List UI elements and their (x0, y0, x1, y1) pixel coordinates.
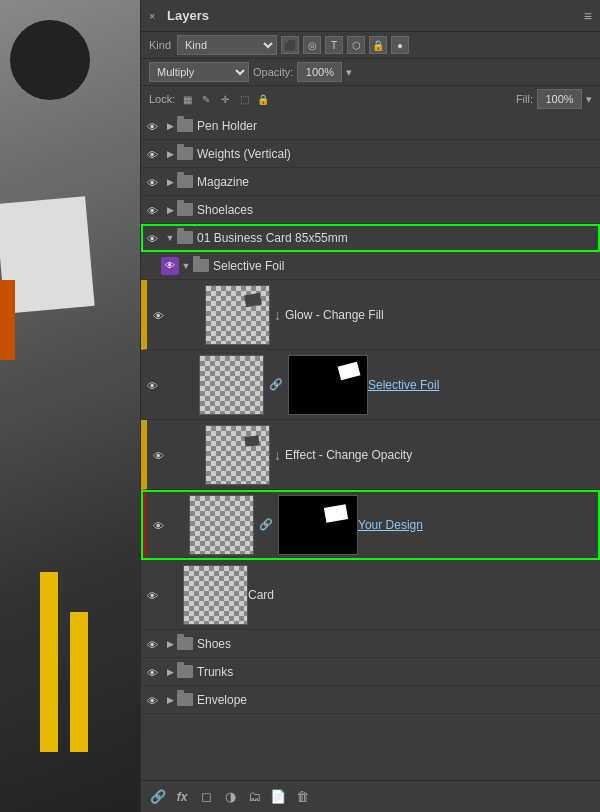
selective-foil-group-row[interactable]: 👁 ▼ Selective Foil (141, 252, 600, 280)
chevron-down-icon: ▼ (166, 233, 175, 243)
panel-header-left: × Layers (149, 8, 209, 23)
lock-all-icon[interactable]: 🔒 (255, 91, 271, 107)
layer-name: Your Design (358, 518, 596, 532)
layer-name: Pen Holder (197, 119, 596, 133)
expand-toggle[interactable]: ▶ (163, 149, 177, 159)
lock-paint-icon[interactable]: ✎ (198, 91, 214, 107)
filter-smart-icon[interactable]: 🔒 (369, 36, 387, 54)
layers-panel: × Layers ≡ Kind Kind ⬛ ◎ T ⬡ 🔒 ● Multipl… (140, 0, 600, 812)
panel-header: × Layers ≡ (141, 0, 600, 32)
eye-toggle[interactable]: 👁 (151, 520, 169, 530)
chevron-right-icon: ▶ (167, 177, 174, 187)
layer-name: Selective Foil (368, 378, 596, 392)
expand-toggle[interactable]: ▶ (163, 639, 177, 649)
visibility-icon: 👁 (147, 233, 161, 243)
expand-toggle[interactable]: ▶ (163, 667, 177, 677)
visibility-icon: 👁 (147, 121, 161, 131)
eye-toggle[interactable]: 👁 (145, 205, 163, 215)
eye-toggle[interactable]: 👁 (145, 590, 163, 600)
layer-name: Weights (Vertical) (197, 147, 596, 161)
eye-toggle[interactable]: 👁 (151, 450, 169, 460)
link-layers-icon[interactable]: 🔗 (149, 788, 167, 806)
folder-icon (177, 693, 193, 706)
chevron-right-icon: ▶ (167, 695, 174, 705)
lock-position-icon[interactable]: ✛ (217, 91, 233, 107)
filter-pixel-icon[interactable]: ⬛ (281, 36, 299, 54)
eye-toggle[interactable]: 👁 (151, 310, 169, 320)
layer-name: Selective Foil (213, 259, 596, 273)
fill-arrow[interactable]: ▾ (586, 93, 592, 106)
toolbar-row-lock: Lock: ▦ ✎ ✛ ⬚ 🔒 Fill: ▾ (141, 85, 600, 112)
filter-text-icon[interactable]: T (325, 36, 343, 54)
new-group-icon[interactable]: 🗂 (245, 788, 263, 806)
eye-toggle[interactable]: 👁 (145, 639, 163, 649)
layer-name: Shoelaces (197, 203, 596, 217)
eye-toggle[interactable]: 👁 (145, 380, 163, 390)
eye-toggle[interactable]: 👁 (145, 667, 163, 677)
adjustment-layer-icon[interactable]: ◑ (221, 788, 239, 806)
layer-row[interactable]: 👁 ▶ Magazine (141, 168, 600, 196)
folder-icon (177, 637, 193, 650)
visibility-icon: 👁 (147, 639, 161, 649)
layer-thumbnail (199, 355, 264, 415)
effect-change-opacity-row[interactable]: 👁 ↓ Effect - Change Opacity (141, 420, 600, 490)
selective-foil-layer-row[interactable]: 👁 🔗 Selective Foil (141, 350, 600, 420)
eye-toggle[interactable]: 👁 (145, 149, 163, 159)
kind-select[interactable]: Kind (177, 35, 277, 55)
layer-name: Trunks (197, 665, 596, 679)
expand-toggle[interactable]: ▶ (163, 177, 177, 187)
eye-toggle[interactable]: 👁 (145, 177, 163, 187)
thumb-container: 🔗 (199, 355, 368, 415)
fx-icon[interactable]: fx (173, 788, 191, 806)
layer-row[interactable]: 👁 ▶ Pen Holder (141, 112, 600, 140)
layer-row[interactable]: 👁 ▶ Shoes (141, 630, 600, 658)
expand-toggle[interactable]: ▼ (163, 233, 177, 243)
visibility-purple-icon: 👁 (161, 257, 179, 275)
layers-list[interactable]: 👁 ▶ Pen Holder 👁 ▶ Weights (Vertical) 👁 (141, 112, 600, 780)
lock-transparency-icon[interactable]: ▦ (179, 91, 195, 107)
folder-icon (177, 665, 193, 678)
eye-toggle[interactable]: 👁 (145, 695, 163, 705)
chevron-right-icon: ▶ (167, 205, 174, 215)
layer-row[interactable]: 👁 ▶ Envelope (141, 686, 600, 714)
visibility-icon: 👁 (147, 380, 161, 390)
fill-input[interactable] (537, 89, 582, 109)
expand-toggle[interactable]: ▼ (179, 261, 193, 271)
canvas-bar1 (40, 572, 58, 752)
expand-toggle[interactable]: ▶ (163, 121, 177, 131)
thumb-container (205, 285, 270, 345)
chevron-right-icon: ▶ (167, 149, 174, 159)
glow-change-fill-row[interactable]: 👁 ↓ Glow - Change Fill (141, 280, 600, 350)
filter-adjust-icon[interactable]: ◎ (303, 36, 321, 54)
blend-select[interactable]: Multiply (149, 62, 249, 82)
folder-icon (177, 147, 193, 160)
chevron-down-icon: ▼ (182, 261, 191, 271)
your-design-row[interactable]: 👁 🔗 Your Design (141, 490, 600, 560)
card-row[interactable]: 👁 Card (141, 560, 600, 630)
layer-row[interactable]: 👁 ▶ Weights (Vertical) (141, 140, 600, 168)
close-button[interactable]: × (149, 10, 161, 22)
add-mask-icon[interactable]: ◻ (197, 788, 215, 806)
layer-name: Card (248, 588, 596, 602)
delete-layer-icon[interactable]: 🗑 (293, 788, 311, 806)
eye-toggle[interactable]: 👁 (145, 121, 163, 131)
visibility-icon: 👁 (147, 149, 161, 159)
layer-row[interactable]: 👁 ▶ Shoelaces (141, 196, 600, 224)
lock-artboard-icon[interactable]: ⬚ (236, 91, 252, 107)
eye-toggle[interactable]: 👁 (145, 233, 163, 243)
layer-row[interactable]: 👁 ▶ Trunks (141, 658, 600, 686)
expand-toggle[interactable]: ▶ (163, 695, 177, 705)
expand-toggle[interactable]: ▶ (163, 205, 177, 215)
eye-toggle[interactable]: 👁 (161, 257, 179, 275)
opacity-arrow[interactable]: ▾ (346, 66, 352, 79)
canvas-tube (0, 280, 15, 360)
opacity-input[interactable] (297, 62, 342, 82)
business-card-row[interactable]: 👁 ▼ 01 Business Card 85x55mm (141, 224, 600, 252)
new-layer-icon[interactable]: 📄 (269, 788, 287, 806)
filter-dot-icon[interactable]: ● (391, 36, 409, 54)
visibility-icon: 👁 (147, 695, 161, 705)
filter-shape-icon[interactable]: ⬡ (347, 36, 365, 54)
panel-menu-icon[interactable]: ≡ (584, 8, 592, 24)
toolbar-row-kind: Kind Kind ⬛ ◎ T ⬡ 🔒 ● (141, 32, 600, 58)
visibility-icon: 👁 (147, 177, 161, 187)
